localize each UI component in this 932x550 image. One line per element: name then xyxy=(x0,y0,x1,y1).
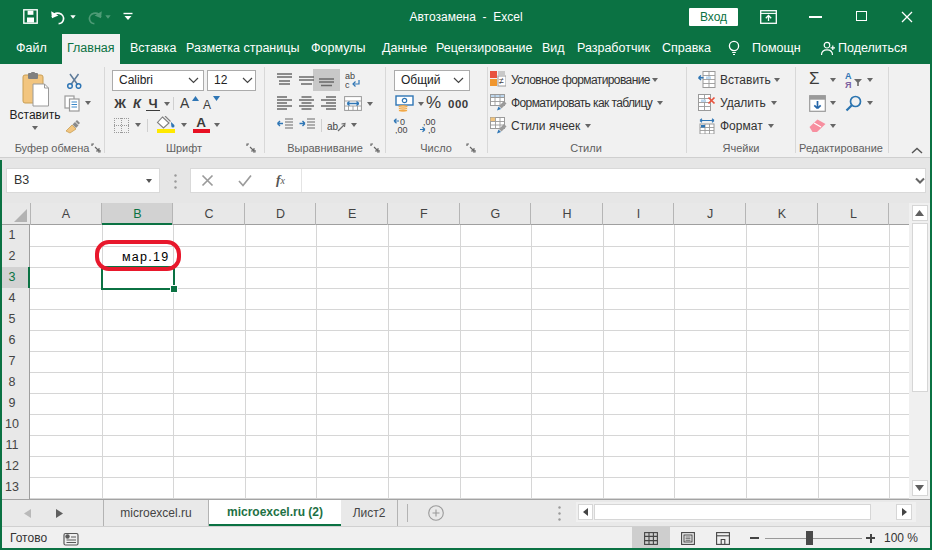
svg-text:ab: ab xyxy=(327,121,339,132)
svg-text:c: c xyxy=(345,80,350,89)
svg-text:≠: ≠ xyxy=(499,76,504,86)
svg-text:,0: ,0 xyxy=(428,125,436,134)
svg-text:Я: Я xyxy=(845,80,851,89)
svg-text:,00: ,00 xyxy=(395,125,408,134)
